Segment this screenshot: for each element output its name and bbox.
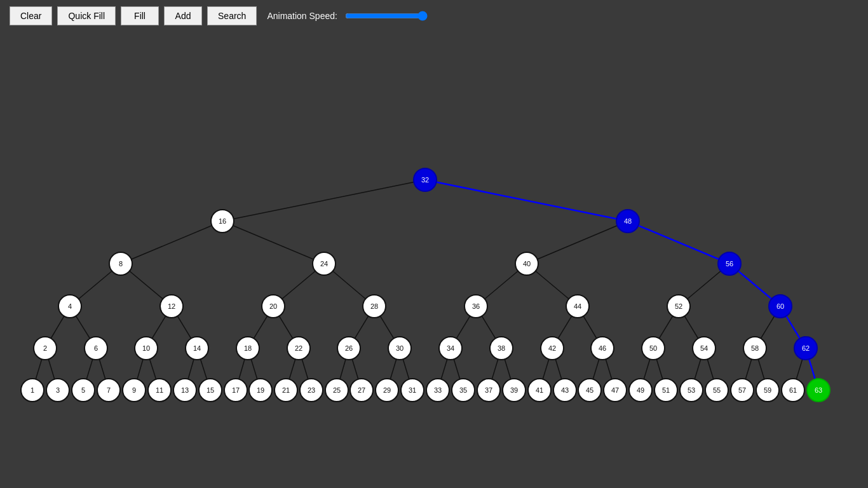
tree-node[interactable]: 55 xyxy=(705,379,728,402)
svg-text:2: 2 xyxy=(43,344,47,352)
tree-node[interactable]: 57 xyxy=(731,379,754,402)
tree-node[interactable]: 38 xyxy=(490,337,513,360)
tree-node[interactable]: 22 xyxy=(287,337,310,360)
tree-edge xyxy=(121,221,222,264)
tree-node[interactable]: 11 xyxy=(148,379,171,402)
tree-node[interactable]: 27 xyxy=(350,379,373,402)
tree-node[interactable]: 63 xyxy=(807,379,830,402)
tree-node[interactable]: 20 xyxy=(262,295,285,318)
svg-text:26: 26 xyxy=(345,344,353,352)
tree-node[interactable]: 52 xyxy=(667,295,690,318)
tree-node[interactable]: 50 xyxy=(642,337,665,360)
svg-text:20: 20 xyxy=(269,302,277,310)
svg-text:5: 5 xyxy=(81,386,85,394)
tree-node[interactable]: 47 xyxy=(604,379,627,402)
fill-button[interactable]: Fill xyxy=(121,6,159,25)
tree-node[interactable]: 13 xyxy=(173,379,196,402)
search-button[interactable]: Search xyxy=(207,6,257,25)
tree-node[interactable]: 24 xyxy=(313,252,336,275)
tree-node[interactable]: 2 xyxy=(34,337,57,360)
svg-text:60: 60 xyxy=(776,302,784,310)
svg-text:54: 54 xyxy=(700,344,708,352)
tree-node[interactable]: 15 xyxy=(199,379,222,402)
tree-node[interactable]: 9 xyxy=(123,379,146,402)
tree-node[interactable]: 54 xyxy=(693,337,715,360)
tree-node[interactable]: 37 xyxy=(477,379,500,402)
tree-node[interactable]: 8 xyxy=(109,252,132,275)
svg-text:59: 59 xyxy=(764,386,771,394)
svg-text:1: 1 xyxy=(31,386,34,394)
tree-node[interactable]: 40 xyxy=(515,252,538,275)
tree-node[interactable]: 48 xyxy=(616,210,639,233)
tree-node[interactable]: 29 xyxy=(376,379,398,402)
svg-text:43: 43 xyxy=(561,386,569,394)
svg-text:12: 12 xyxy=(168,302,175,310)
svg-text:25: 25 xyxy=(333,386,341,394)
tree-node[interactable]: 12 xyxy=(160,295,183,318)
tree-node[interactable]: 60 xyxy=(769,295,792,318)
tree-node[interactable]: 53 xyxy=(680,379,703,402)
svg-text:58: 58 xyxy=(751,344,759,352)
speed-slider[interactable] xyxy=(345,11,428,21)
tree-node[interactable]: 23 xyxy=(300,379,323,402)
tree-node[interactable]: 3 xyxy=(46,379,69,402)
tree-node[interactable]: 1 xyxy=(21,379,44,402)
svg-text:42: 42 xyxy=(548,344,556,352)
tree-node[interactable]: 45 xyxy=(578,379,601,402)
tree-node[interactable]: 5 xyxy=(72,379,95,402)
tree-node[interactable]: 46 xyxy=(591,337,614,360)
tree-node[interactable]: 31 xyxy=(401,379,424,402)
quickfill-button[interactable]: Quick Fill xyxy=(57,6,116,25)
svg-text:44: 44 xyxy=(574,302,581,310)
tree-node[interactable]: 25 xyxy=(325,379,348,402)
svg-text:37: 37 xyxy=(485,386,492,394)
tree-node[interactable]: 62 xyxy=(794,337,817,360)
tree-node[interactable]: 59 xyxy=(756,379,779,402)
svg-text:33: 33 xyxy=(434,386,442,394)
tree-node[interactable]: 35 xyxy=(452,379,475,402)
tree-edge xyxy=(425,180,628,221)
animation-speed-label: Animation Speed: xyxy=(267,11,337,21)
svg-text:14: 14 xyxy=(193,344,201,352)
tree-edge xyxy=(222,221,324,264)
tree-node[interactable]: 14 xyxy=(186,337,208,360)
tree-node[interactable]: 43 xyxy=(553,379,576,402)
tree-node[interactable]: 32 xyxy=(414,168,437,191)
tree-node[interactable]: 42 xyxy=(541,337,564,360)
tree-node[interactable]: 7 xyxy=(97,379,120,402)
svg-text:47: 47 xyxy=(611,386,619,394)
tree-node[interactable]: 18 xyxy=(236,337,259,360)
tree-node[interactable]: 34 xyxy=(439,337,462,360)
tree-node[interactable]: 17 xyxy=(224,379,247,402)
svg-text:39: 39 xyxy=(510,386,518,394)
tree-node[interactable]: 28 xyxy=(363,295,386,318)
svg-text:3: 3 xyxy=(56,386,60,394)
tree-node[interactable]: 58 xyxy=(743,337,766,360)
svg-text:4: 4 xyxy=(68,302,72,310)
tree-node[interactable]: 51 xyxy=(654,379,677,402)
tree-edge xyxy=(527,221,628,264)
svg-text:50: 50 xyxy=(649,344,657,352)
tree-node[interactable]: 19 xyxy=(249,379,272,402)
tree-node[interactable]: 44 xyxy=(566,295,589,318)
tree-node[interactable]: 21 xyxy=(275,379,297,402)
tree-node[interactable]: 4 xyxy=(58,295,81,318)
tree-node[interactable]: 36 xyxy=(465,295,487,318)
tree-node[interactable]: 33 xyxy=(426,379,449,402)
tree-node[interactable]: 26 xyxy=(337,337,360,360)
tree-node[interactable]: 16 xyxy=(211,210,234,233)
tree-node[interactable]: 61 xyxy=(782,379,804,402)
svg-text:29: 29 xyxy=(383,386,391,394)
svg-text:48: 48 xyxy=(624,217,632,225)
tree-node[interactable]: 49 xyxy=(629,379,652,402)
tree-node[interactable]: 39 xyxy=(503,379,526,402)
tree-node[interactable]: 56 xyxy=(718,252,741,275)
tree-node[interactable]: 30 xyxy=(388,337,411,360)
add-button[interactable]: Add xyxy=(164,6,202,25)
tree-node[interactable]: 6 xyxy=(85,337,107,360)
clear-button[interactable]: Clear xyxy=(10,6,52,25)
svg-text:23: 23 xyxy=(308,386,315,394)
svg-text:11: 11 xyxy=(156,386,163,394)
tree-node[interactable]: 10 xyxy=(135,337,158,360)
tree-node[interactable]: 41 xyxy=(528,379,551,402)
